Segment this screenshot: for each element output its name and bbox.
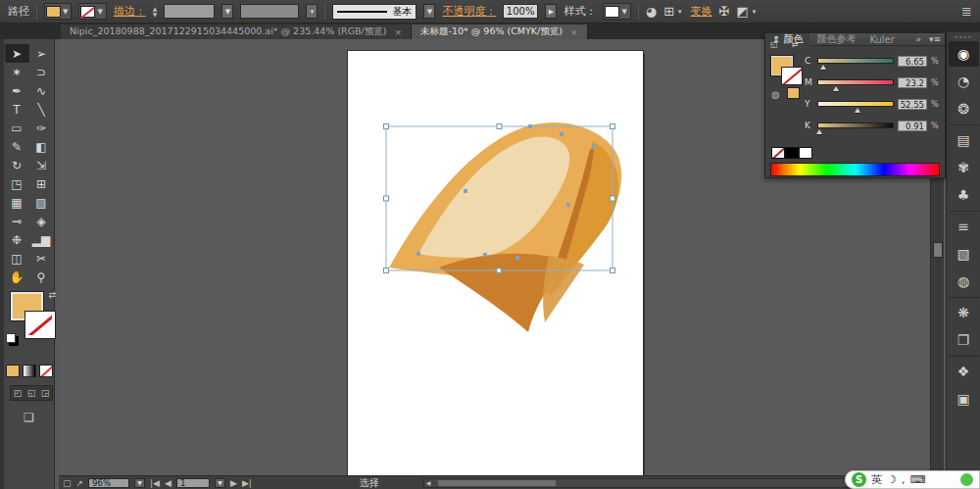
channel-slider-k[interactable] bbox=[817, 122, 894, 128]
tool-perspective-grid[interactable]: ⊞ bbox=[29, 174, 54, 193]
opacity-field[interactable]: 100% bbox=[503, 4, 538, 19]
ime-keyboard-icon[interactable]: ⌨ bbox=[909, 473, 925, 486]
zoom-field[interactable]: 96% bbox=[88, 478, 129, 488]
tool-magic-wand[interactable]: ✶ bbox=[5, 63, 29, 81]
align-dropdown-icon[interactable]: ⊞▾ bbox=[663, 4, 683, 19]
panel-stroke-swatch[interactable] bbox=[782, 68, 802, 84]
dock-panel-layers[interactable]: ❖ bbox=[949, 359, 979, 384]
tool-line-segment[interactable]: ╲ bbox=[29, 100, 54, 119]
share-icon[interactable]: ↗ bbox=[76, 478, 84, 488]
dock-panel-appearance[interactable]: ❋ bbox=[949, 300, 979, 325]
dock-panel-color-guide[interactable]: ◔ bbox=[949, 69, 979, 94]
tool-gradient[interactable]: ▧ bbox=[29, 193, 54, 212]
brush-dropdown-button[interactable]: ▼ bbox=[423, 4, 435, 19]
tool-zoom[interactable]: ⚲ bbox=[29, 268, 54, 286]
out-of-gamut-icon[interactable]: ◍ bbox=[771, 89, 780, 100]
draw-normal-button[interactable]: ◰ bbox=[11, 386, 24, 400]
first-artboard-icon[interactable]: |◀ bbox=[150, 478, 160, 488]
ime-language-indicator[interactable]: 英 bbox=[871, 472, 882, 487]
scroll-left-icon[interactable]: ◀ bbox=[424, 479, 433, 486]
channel-value-k[interactable]: 0.91 bbox=[898, 121, 927, 131]
dock-panel-artboards[interactable]: ▣ bbox=[949, 386, 979, 412]
none-swatch[interactable] bbox=[771, 147, 785, 159]
tool-blend[interactable]: ◈ bbox=[29, 212, 54, 230]
tool-width[interactable]: ∿ bbox=[29, 81, 54, 100]
tool-mesh[interactable]: ▦ bbox=[5, 193, 29, 212]
vertical-scrollbar-thumb[interactable] bbox=[933, 242, 943, 258]
stroke-profile-dropdown-button[interactable]: ▾ bbox=[306, 4, 318, 19]
channel-value-m[interactable]: 23.2 bbox=[898, 77, 927, 88]
ime-punctuation-icon[interactable]: , bbox=[902, 473, 906, 486]
opacity-link[interactable]: 不透明度： bbox=[442, 4, 496, 19]
document-tab-1[interactable]: Nipic_20180988_2017122915034445000.ai* @… bbox=[61, 24, 412, 39]
slider-handle[interactable] bbox=[833, 86, 839, 91]
slider-handle[interactable] bbox=[855, 108, 860, 113]
artboard[interactable] bbox=[348, 51, 643, 475]
channel-slider-m[interactable] bbox=[817, 79, 894, 85]
channel-slider-c[interactable] bbox=[817, 58, 894, 64]
fill-color-dropdown[interactable]: ▼ bbox=[44, 3, 72, 20]
dock-grip[interactable]: •••• bbox=[955, 34, 972, 40]
tool-column-graph[interactable]: ▂▆ bbox=[29, 230, 54, 249]
default-fill-stroke-icon[interactable] bbox=[6, 333, 16, 343]
stroke-link[interactable]: 描边： bbox=[114, 4, 146, 19]
arrange-dropdown-icon[interactable]: ◩▾ bbox=[736, 4, 758, 19]
last-artboard-icon[interactable]: ▶| bbox=[242, 478, 252, 488]
prev-artboard-icon[interactable]: ◀ bbox=[165, 478, 172, 488]
tool-slice[interactable]: ✂ bbox=[29, 249, 54, 268]
tool-symbol-sprayer[interactable]: ❉ bbox=[5, 230, 29, 249]
white-swatch[interactable] bbox=[799, 147, 812, 159]
stroke-weight-dropdown-button[interactable]: ▼ bbox=[221, 4, 233, 19]
dock-panel-graphic-styles[interactable]: ❐ bbox=[949, 327, 979, 353]
tab-color-guide[interactable]: 颜色参考 bbox=[809, 33, 862, 46]
slider-handle[interactable] bbox=[816, 129, 822, 134]
tool-type[interactable]: T bbox=[5, 100, 29, 119]
screen-mode-button[interactable]: ❏ bbox=[19, 411, 40, 425]
next-artboard-icon[interactable]: ▶ bbox=[230, 478, 237, 488]
channel-value-c[interactable]: 6.65 bbox=[898, 56, 927, 67]
dock-panel-kuler[interactable]: ❂ bbox=[949, 96, 979, 122]
tool-free-transform[interactable]: ◳ bbox=[5, 174, 29, 193]
channel-slider-y[interactable] bbox=[817, 101, 894, 107]
collapse-panel-icon[interactable]: » bbox=[911, 34, 925, 44]
in-gamut-swatch[interactable] bbox=[787, 87, 800, 99]
black-swatch[interactable] bbox=[785, 147, 799, 159]
tool-selection[interactable]: ➤ bbox=[5, 44, 29, 63]
artboard-tools-icon[interactable]: ▢ bbox=[63, 478, 72, 488]
ime-toolbox-icon[interactable] bbox=[960, 473, 973, 486]
zoom-dropdown-button[interactable]: ▼ bbox=[134, 478, 145, 488]
dock-panel-stroke[interactable]: ≡ bbox=[949, 214, 979, 239]
dock-panel-symbols[interactable]: ♣ bbox=[949, 182, 979, 208]
gradient-button[interactable] bbox=[23, 365, 36, 377]
brush-definition-dropdown[interactable]: 基本 bbox=[332, 4, 416, 20]
channel-value-y[interactable]: 52.55 bbox=[898, 99, 927, 110]
tool-pen[interactable]: ✒ bbox=[5, 81, 29, 100]
stroke-weight-field[interactable] bbox=[164, 4, 215, 19]
none-button[interactable] bbox=[39, 365, 53, 377]
tool-artboard[interactable]: ◫ bbox=[5, 249, 29, 268]
panel-mini-icons[interactable]: ◱ ⇄ bbox=[770, 40, 805, 49]
draw-inside-button[interactable]: ◲ bbox=[38, 386, 52, 400]
stroke-weight-stepper[interactable]: ▲▼ bbox=[153, 6, 158, 17]
close-icon[interactable]: × bbox=[570, 27, 578, 37]
artboard-dropdown-button[interactable]: ▼ bbox=[215, 478, 225, 488]
tool-hand[interactable]: ✋ bbox=[5, 268, 29, 286]
tool-eraser[interactable]: ◧ bbox=[29, 137, 54, 156]
tool-paintbrush[interactable]: ✑ bbox=[29, 119, 54, 137]
tool-rotate[interactable]: ↻ bbox=[5, 156, 29, 174]
center-anchor-point[interactable] bbox=[497, 269, 502, 273]
tool-eyedropper[interactable]: ⊸ bbox=[5, 212, 29, 230]
tool-rectangle[interactable]: ▭ bbox=[5, 119, 29, 137]
swap-fill-stroke-icon[interactable]: ⇄ bbox=[48, 290, 56, 300]
dock-panel-color[interactable]: ◉ bbox=[949, 41, 979, 67]
tool-pencil[interactable]: ✎ bbox=[5, 137, 29, 156]
tool-direct-selection[interactable]: ➢ bbox=[29, 44, 54, 63]
dock-panel-gradient[interactable]: ▧ bbox=[949, 241, 979, 267]
stroke-color-dropdown[interactable]: ▼ bbox=[78, 3, 106, 20]
isolate-selection-icon[interactable]: ✠ bbox=[719, 4, 730, 19]
close-icon[interactable]: × bbox=[394, 27, 402, 37]
tool-lasso[interactable]: ⊃ bbox=[29, 63, 54, 81]
recolor-artwork-icon[interactable]: ◕ bbox=[646, 4, 657, 19]
slider-handle[interactable] bbox=[820, 65, 826, 70]
color-button[interactable] bbox=[6, 365, 20, 377]
